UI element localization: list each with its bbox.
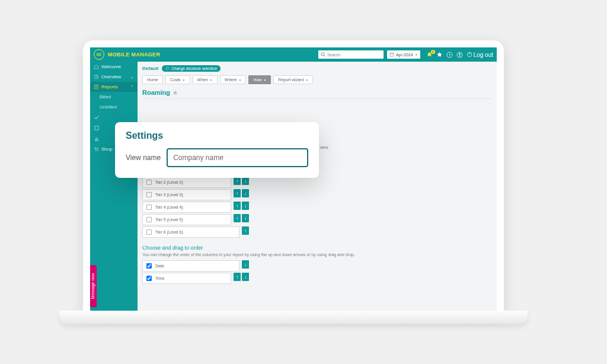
- tab-costs[interactable]: Costs▼: [165, 75, 190, 84]
- order-arrows: ↓: [242, 260, 249, 272]
- tier-cell[interactable]: Tier 2 (Level 2): [142, 177, 231, 188]
- tier-row: Tier 3 (Level 3)↑↓: [142, 189, 249, 200]
- svg-rect-14: [95, 126, 98, 130]
- sidebar-item-unbilled[interactable]: Unbilled: [90, 102, 138, 112]
- move-up-button[interactable]: ↑: [234, 177, 241, 185]
- user-icon[interactable]: [456, 52, 463, 58]
- structure-label: Default: [142, 66, 158, 71]
- favorite-star-icon[interactable]: ★: [172, 90, 178, 96]
- change-structure-button[interactable]: Change structure selection: [162, 65, 221, 72]
- period-select[interactable]: Apr-2024 ▼: [387, 50, 420, 59]
- order-section-subtitle: You can change the order of the columns …: [142, 253, 492, 257]
- order-arrows: ↑↓: [234, 273, 249, 284]
- move-down-button[interactable]: ↓: [242, 202, 249, 210]
- star-icon[interactable]: [436, 52, 443, 58]
- order-section-title: Choose and drag to order: [142, 245, 492, 251]
- move-down-button[interactable]: ↓: [242, 214, 249, 222]
- tier-label: Tier 4 (Level 4): [155, 205, 183, 209]
- tier-cell[interactable]: Tier 5 (Level 5): [142, 214, 231, 225]
- tier-label: Tier 6 (Level 6): [155, 230, 183, 234]
- tier-arrows: ↑↓: [234, 177, 249, 188]
- help-icon[interactable]: ?: [446, 52, 453, 58]
- svg-point-15: [95, 151, 96, 151]
- svg-rect-2: [390, 53, 394, 57]
- cart-icon: [94, 146, 99, 152]
- tier-row: Tier 5 (Level 5)↑↓: [142, 214, 249, 225]
- main-content: Default Change structure selection Home …: [138, 62, 497, 313]
- sidebar-item-billed[interactable]: Billed: [90, 92, 138, 102]
- search-icon: [321, 52, 325, 57]
- settings-view-name-row: View name: [126, 148, 308, 167]
- svg-point-16: [97, 151, 98, 151]
- order-checkbox[interactable]: [146, 263, 152, 269]
- tab-when[interactable]: When▼: [193, 75, 218, 84]
- chevron-down-icon: ▼: [415, 53, 418, 56]
- tier-checkbox[interactable]: [146, 192, 152, 197]
- logout-button[interactable]: Log out: [467, 52, 493, 58]
- order-label: Date: [155, 264, 164, 268]
- calendar-icon: [389, 52, 394, 57]
- topbar: EE MOBILE MANAGER Search Apr-2024 ▼: [90, 47, 497, 62]
- page-title: Roaming ★: [142, 89, 492, 99]
- move-up-button[interactable]: ↑: [234, 202, 241, 210]
- tier-checkbox[interactable]: [146, 205, 152, 210]
- order-cell[interactable]: Date: [142, 260, 239, 272]
- tier-label: Tier 2 (Level 2): [155, 180, 183, 184]
- message-now-button[interactable]: Message now: [90, 265, 97, 307]
- svg-line-1: [324, 56, 325, 57]
- order-checkbox[interactable]: [146, 276, 152, 281]
- move-up-button[interactable]: ↑: [234, 189, 241, 197]
- chevron-down-icon: ⌄: [130, 75, 134, 79]
- tab-how[interactable]: How▼: [248, 75, 271, 84]
- tier-cell[interactable]: Tier 3 (Level 3): [142, 189, 231, 200]
- sidebar-item-welcome[interactable]: Welcome: [90, 62, 138, 72]
- order-cell[interactable]: Time: [142, 273, 231, 284]
- svg-rect-11: [95, 85, 98, 89]
- order-list: Date↓Time↑↓: [142, 260, 249, 284]
- bell-icon[interactable]: 1: [426, 52, 433, 58]
- app-screen: EE MOBILE MANAGER Search Apr-2024 ▼: [90, 47, 497, 313]
- tab-report-wizard[interactable]: Report wizard▼: [273, 75, 313, 84]
- sidebar-item-overview[interactable]: Overview ⌄: [90, 72, 138, 82]
- clock-icon: [94, 74, 99, 79]
- tier-label: Tier 5 (Level 5): [155, 218, 183, 222]
- move-down-button[interactable]: ↓: [242, 177, 249, 185]
- tier-row: Tier 6 (Level 6)↑: [142, 226, 249, 238]
- svg-point-7: [459, 53, 461, 55]
- chevron-down-icon: ▼: [263, 78, 266, 82]
- breadcrumb-row: Default Change structure selection: [142, 65, 492, 72]
- tier-cell[interactable]: Tier 6 (Level 6): [142, 226, 239, 238]
- tier-arrows: ↑↓: [234, 202, 249, 213]
- tier-row: Tier 2 (Level 2)↑↓: [142, 177, 249, 188]
- view-name-input[interactable]: [167, 148, 308, 167]
- chevron-down-icon: ▼: [183, 78, 186, 82]
- tier-checkbox[interactable]: [146, 180, 152, 185]
- sidebar: Welcome Overview ⌄ Reports ⌃: [90, 62, 138, 313]
- tier-checkbox[interactable]: [146, 229, 152, 235]
- tier-arrows: ↑↓: [234, 214, 249, 225]
- chevron-up-icon: ⌃: [130, 85, 134, 90]
- home-icon: [94, 64, 99, 69]
- move-down-button[interactable]: ↓: [242, 189, 249, 197]
- move-up-button[interactable]: ↑: [234, 214, 241, 222]
- sidebar-item-reports[interactable]: Reports ⌃: [90, 82, 138, 92]
- settings-title: Settings: [126, 130, 308, 141]
- document-icon: [94, 84, 99, 90]
- order-label: Time: [155, 276, 164, 280]
- view-name-label: View name: [126, 154, 161, 162]
- tab-home[interactable]: Home: [142, 75, 163, 84]
- tier-checkbox[interactable]: [146, 217, 152, 222]
- sidebar-icon-1[interactable]: [90, 112, 138, 123]
- svg-point-0: [321, 53, 324, 56]
- order-row: Time↑↓: [142, 273, 249, 284]
- tier-arrows: ↑: [242, 226, 249, 238]
- move-up-button[interactable]: ↑: [242, 226, 249, 235]
- tab-where[interactable]: Where▼: [220, 75, 247, 84]
- move-up-button[interactable]: ↑: [234, 273, 241, 281]
- move-down-button[interactable]: ↓: [242, 273, 249, 281]
- search-input[interactable]: Search: [318, 50, 384, 59]
- brand-logo: EE: [94, 49, 104, 60]
- tier-cell[interactable]: Tier 4 (Level 4): [142, 202, 231, 213]
- notification-badge: 1: [431, 50, 435, 54]
- move-down-button[interactable]: ↓: [242, 260, 249, 269]
